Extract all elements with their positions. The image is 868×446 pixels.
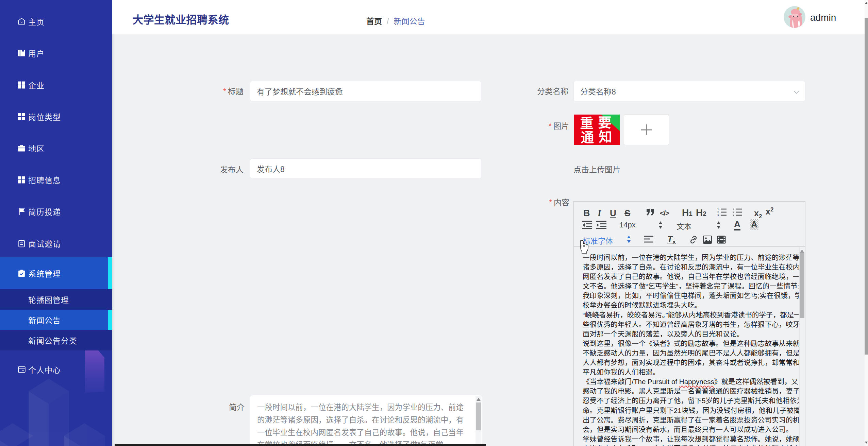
svg-text:1: 1 — [717, 208, 719, 211]
svg-text:知: 知 — [599, 130, 612, 144]
svg-text:重: 重 — [580, 116, 593, 131]
svg-text:要: 要 — [598, 115, 611, 130]
svg-text:2: 2 — [717, 211, 719, 214]
svg-text:通: 通 — [581, 130, 594, 145]
svg-text:3: 3 — [717, 214, 719, 217]
